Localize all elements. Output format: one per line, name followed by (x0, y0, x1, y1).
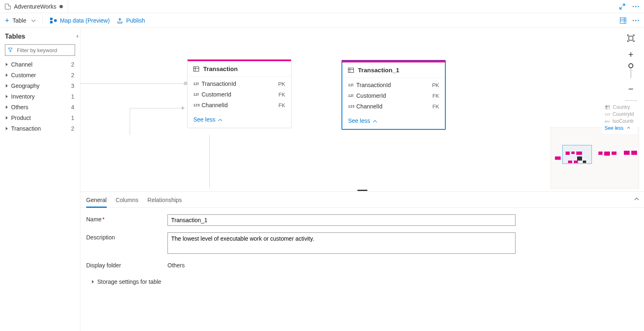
sidebar-item-product[interactable]: Product1 (3, 113, 77, 123)
svg-point-1 (635, 6, 637, 7)
entity-header[interactable]: Transaction_1 (342, 62, 445, 78)
publish-label: Publish (126, 17, 145, 24)
storage-settings-toggle[interactable]: Storage settings for table (86, 275, 638, 285)
filter-input[interactable] (5, 44, 75, 56)
view-list-icon[interactable] (620, 18, 626, 23)
datatype-badge: 12l (348, 83, 356, 87)
see-less-button[interactable]: See less (342, 114, 445, 129)
column-row[interactable]: 123ChannelIdFK (348, 101, 439, 112)
datatype-badge: 12l (348, 94, 356, 98)
more-icon[interactable] (633, 4, 639, 9)
tab-bar: AdventureWorks (0, 0, 644, 13)
zoom-out-button[interactable]: − (626, 84, 636, 94)
arrowhead-icon (182, 106, 185, 110)
tree-item-count: 1 (71, 93, 74, 100)
tab-columns[interactable]: Columns (116, 194, 138, 207)
tree-item-count: 4 (71, 104, 74, 110)
tab-general[interactable]: General (86, 194, 107, 208)
storage-settings-label: Storage settings for table (97, 278, 161, 285)
panel-collapse-icon[interactable] (634, 195, 639, 202)
minimap[interactable] (550, 127, 639, 189)
column-name: CustomerId (356, 92, 386, 99)
chevron-right-icon (6, 74, 8, 77)
chevron-right-icon (6, 63, 8, 66)
tree-item-count: 2 (71, 125, 74, 132)
connector-line (80, 83, 186, 84)
toggle-minimap-button[interactable] (625, 100, 637, 112)
chevron-right-icon (6, 116, 8, 120)
sidebar-item-inventory[interactable]: Inventory1 (3, 91, 77, 102)
column-row[interactable]: 123ChannelIdFK (193, 100, 285, 110)
entity-card-transaction[interactable]: Transaction12lTransactionIdPK12lCustomer… (187, 59, 291, 128)
column-row[interactable]: 12lCustomerIdFK (348, 90, 439, 101)
unsaved-dot-icon (60, 5, 63, 8)
fit-to-screen-button[interactable] (626, 33, 636, 44)
tab-relationships[interactable]: Relationships (147, 194, 182, 207)
new-table-button[interactable]: + Table (5, 17, 35, 24)
sidebar-item-transaction[interactable]: Transaction2 (3, 123, 77, 134)
column-row[interactable]: 12lTransactionIdPK (193, 78, 285, 89)
file-icon (5, 4, 11, 9)
display-folder-value: Others (167, 260, 185, 269)
new-table-label: Table (13, 17, 26, 24)
zoom-in-button[interactable]: + (626, 49, 636, 60)
sidebar-collapse-icon[interactable]: ‹‹ (76, 33, 77, 39)
map-data-button[interactable]: Map data (Preview) (50, 17, 110, 24)
more-icon[interactable] (633, 20, 639, 21)
datatype-badge: 123 (348, 104, 356, 108)
see-less-button[interactable]: See less (188, 113, 291, 128)
toolbar-separator (42, 16, 43, 25)
connector-line (130, 108, 130, 135)
tree-item-count: 3 (71, 83, 74, 89)
chevron-right-icon (6, 127, 8, 130)
column-name: TransactionId (202, 80, 236, 87)
chevron-right-icon (6, 95, 8, 98)
svg-point-0 (633, 6, 634, 7)
expand-icon[interactable] (619, 4, 625, 9)
key-indicator: FK (278, 102, 285, 108)
file-tab-title: AdventureWorks (14, 3, 56, 10)
entity-card-transaction-1[interactable]: Transaction_112lTransactionIdPK12lCustom… (341, 60, 446, 130)
file-tab[interactable]: AdventureWorks (0, 0, 68, 13)
sidebar-item-customer[interactable]: Customer2 (3, 70, 77, 80)
svg-point-12 (630, 122, 632, 124)
label-description: Description (86, 232, 167, 241)
sidebar-item-geography[interactable]: Geography3 (3, 80, 77, 91)
sidebar-item-others[interactable]: Others4 (3, 102, 77, 113)
key-indicator: FK (278, 92, 285, 98)
label-display-folder: Display folder (86, 260, 167, 269)
name-input[interactable] (167, 214, 516, 226)
tree-item-label: Geography (11, 83, 39, 89)
column-row[interactable]: 12lTransactionIdPK (348, 80, 439, 90)
publish-button[interactable]: Publish (117, 17, 145, 24)
tree-item-label: Customer (11, 72, 36, 78)
key-indicator: FK (432, 103, 439, 110)
tables-tree: Channel2Customer2Geography3Inventory1Oth… (3, 59, 77, 134)
properties-panel: General Columns Relationships Name* Desc… (80, 191, 644, 331)
tree-item-count: 1 (71, 115, 74, 121)
chevron-down-icon (30, 17, 35, 24)
column-name: CustomerId (202, 91, 231, 98)
entity-title: Transaction (203, 65, 238, 72)
column-row[interactable]: 12lCustomerIdFK (193, 89, 285, 100)
column-name: ChannelId (356, 103, 383, 110)
column-name: TransactionId (356, 82, 391, 88)
canvas-tools: + − (625, 33, 637, 128)
zoom-slider[interactable] (630, 66, 631, 78)
description-textarea[interactable]: The lowest level of executable work or c… (167, 232, 516, 254)
tree-item-label: Product (11, 115, 31, 121)
svg-rect-10 (629, 36, 633, 40)
connector-line (130, 108, 184, 108)
key-indicator: PK (432, 82, 439, 88)
sidebar-title: Tables (5, 33, 75, 40)
entity-header[interactable]: Transaction (188, 61, 291, 77)
svg-point-11 (628, 122, 629, 124)
diagram-canvas[interactable]: Transaction12lTransactionIdPK12lCustomer… (80, 28, 644, 191)
connector-endpoint (184, 82, 187, 85)
panel-drag-handle[interactable] (358, 190, 367, 191)
tree-item-label: Others (11, 104, 28, 110)
table-icon (193, 67, 199, 71)
tree-item-label: Transaction (11, 125, 41, 132)
sidebar-item-channel[interactable]: Channel2 (3, 59, 77, 70)
canvas-more-icon[interactable] (626, 117, 636, 128)
